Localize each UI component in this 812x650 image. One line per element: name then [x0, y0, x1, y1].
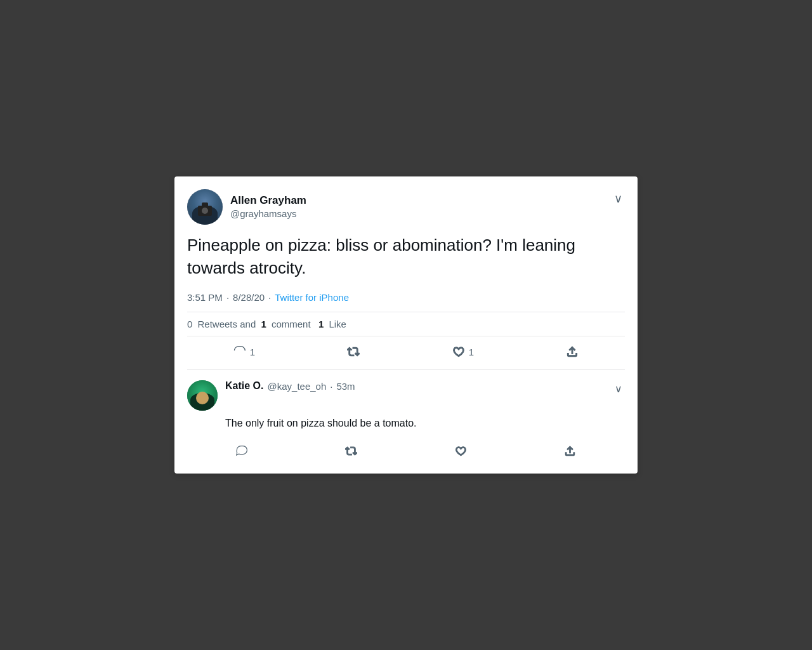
reply-like-button[interactable] — [445, 440, 477, 462]
tweet-meta: 3:51 PM · 8/28/20 · Twitter for iPhone — [187, 292, 625, 303]
retweets-label: Retweets and — [195, 319, 258, 329]
tweet-header: Allen Grayham @grayhamsays — [187, 189, 625, 225]
reply-reply-icon — [236, 445, 248, 457]
reply-tweet: Katie O. @kay_tee_oh · 53m ∨ The only fr… — [174, 370, 638, 474]
like-count: 1 — [469, 347, 474, 357]
reply-retweet-button[interactable] — [335, 440, 367, 462]
comment-label: comment — [269, 319, 316, 329]
like-count-bold: 1 — [318, 319, 324, 329]
like-label: Like — [326, 319, 346, 329]
like-button[interactable]: 1 — [442, 340, 484, 363]
reply-header: Katie O. @kay_tee_oh · 53m — [187, 380, 625, 411]
reply-avatar — [187, 380, 218, 411]
app-background: Allen Grayham @grayhamsays ∨ Pineapple o… — [0, 0, 812, 650]
dot-sep-2: · — [268, 292, 271, 303]
reply-reply-button[interactable] — [226, 440, 258, 462]
tweet-card: Allen Grayham @grayhamsays ∨ Pineapple o… — [174, 176, 638, 474]
reply-more-options-button[interactable]: ∨ — [612, 380, 625, 397]
share-icon — [566, 345, 579, 358]
tweet-time: 3:51 PM — [187, 292, 223, 303]
reply-user-line: Katie O. @kay_tee_oh · 53m — [225, 380, 355, 392]
reply-handle: @kay_tee_oh — [267, 381, 326, 392]
more-options-button[interactable]: ∨ — [612, 189, 625, 208]
reply-like-icon — [455, 445, 467, 457]
retweet-icon — [347, 345, 360, 358]
source-link[interactable]: Twitter for iPhone — [275, 292, 349, 303]
reply-time-ago: 53m — [336, 381, 355, 392]
comment-count-bold: 1 — [261, 319, 266, 329]
main-tweet: Allen Grayham @grayhamsays ∨ Pineapple o… — [174, 176, 638, 371]
stats-bar: 0 Retweets and 1 comment 1 Like — [187, 312, 625, 336]
tweet-text: Pineapple on pizza: bliss or abomination… — [187, 234, 625, 282]
reply-actions-bar — [187, 439, 625, 467]
reply-retweet-icon — [345, 445, 357, 457]
dot-sep-reply: · — [330, 381, 332, 392]
reply-share-button[interactable] — [554, 440, 586, 462]
retweet-count: 0 — [187, 319, 192, 329]
reply-share-icon — [564, 445, 576, 457]
retweet-button[interactable] — [337, 340, 370, 363]
reply-text: The only fruit on pizza should be a toma… — [225, 416, 625, 431]
dot-sep-1: · — [226, 292, 229, 303]
tweet-date: 8/28/20 — [233, 292, 265, 303]
like-icon — [452, 345, 465, 358]
share-button[interactable] — [556, 340, 589, 363]
reply-icon — [233, 345, 246, 358]
handle: @grayhamsays — [230, 208, 306, 220]
user-info: Allen Grayham @grayhamsays — [230, 194, 306, 220]
reply-count: 1 — [250, 347, 255, 357]
reply-button[interactable]: 1 — [223, 340, 265, 363]
display-name: Allen Grayham — [230, 194, 306, 208]
reply-display-name: Katie O. — [225, 380, 263, 392]
actions-bar: 1 1 — [187, 336, 625, 370]
avatar — [187, 189, 223, 225]
reply-user-info: Katie O. @kay_tee_oh · 53m — [225, 380, 355, 394]
